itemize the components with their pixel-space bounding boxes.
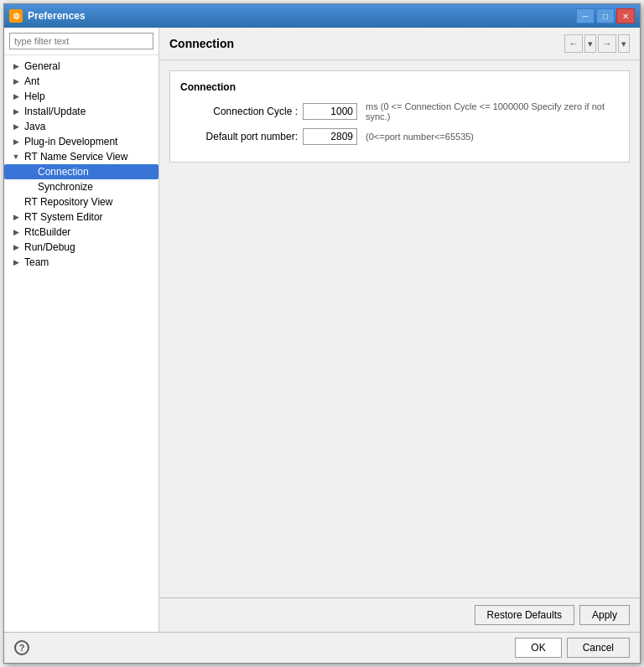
panel-title: Connection	[169, 37, 234, 50]
sidebar-item-label-rt-system-editor: RT System Editor	[24, 211, 103, 223]
tree-arrow-connection	[24, 167, 34, 177]
sidebar-item-label-rt-repository-view: RT Repository View	[24, 196, 112, 208]
form-input-1[interactable]	[303, 128, 357, 145]
form-row-0: Connection Cycle :ms (0 <= Connection Cy…	[180, 101, 619, 122]
sidebar-item-label-plugin-development: Plug-in Development	[24, 136, 117, 147]
sidebar-item-label-help: Help	[24, 90, 45, 102]
sidebar-item-rt-system-editor[interactable]: ▶RT System Editor	[4, 209, 158, 225]
sidebar: ▶General▶Ant▶Help▶Install/Update▶Java▶Pl…	[4, 28, 159, 632]
title-buttons: ─ □ ✕	[576, 8, 635, 23]
form-input-0[interactable]	[303, 103, 357, 120]
window-icon: ⚙	[9, 9, 23, 23]
maximize-button[interactable]: □	[596, 8, 615, 23]
filter-input[interactable]	[9, 33, 153, 49]
minimize-button[interactable]: ─	[576, 8, 595, 23]
cancel-button[interactable]: Cancel	[567, 638, 630, 658]
sidebar-item-install-update[interactable]: ▶Install/Update	[4, 104, 158, 119]
sidebar-item-synchronize[interactable]: Synchronize	[4, 179, 158, 194]
sidebar-item-label-rtcbuilder: RtcBuilder	[24, 226, 70, 238]
connection-section: Connection Connection Cycle :ms (0 <= Co…	[169, 70, 630, 163]
sidebar-item-label-run-debug: Run/Debug	[24, 241, 75, 253]
tree-arrow-install-update: ▶	[11, 106, 21, 116]
main-header: Connection ← ▾ → ▾	[159, 28, 640, 60]
sidebar-item-rt-repository-view[interactable]: RT Repository View	[4, 194, 158, 209]
tree-arrow-rt-system-editor: ▶	[11, 212, 21, 222]
tree-arrow-general: ▶	[11, 61, 21, 71]
ok-button[interactable]: OK	[515, 638, 561, 658]
forward-dropdown-button[interactable]: ▾	[618, 34, 630, 53]
sidebar-item-help[interactable]: ▶Help	[4, 89, 158, 104]
title-bar-left: ⚙ Preferences	[9, 9, 86, 23]
sidebar-item-label-general: General	[24, 60, 60, 72]
tree: ▶General▶Ant▶Help▶Install/Update▶Java▶Pl…	[4, 55, 158, 632]
help-icon[interactable]: ?	[14, 640, 29, 655]
sidebar-item-label-rt-name-service-view: RT Name Service View	[24, 151, 127, 163]
sidebar-item-label-install-update: Install/Update	[24, 106, 86, 117]
sidebar-item-rt-name-service-view[interactable]: ▼RT Name Service View	[4, 149, 158, 164]
sidebar-item-ant[interactable]: ▶Ant	[4, 74, 158, 89]
main-panel: Connection ← ▾ → ▾ Connection Connection…	[159, 28, 640, 632]
sidebar-item-run-debug[interactable]: ▶Run/Debug	[4, 240, 158, 255]
sidebar-item-label-team: Team	[24, 256, 49, 268]
back-button[interactable]: ←	[564, 34, 583, 53]
footer-buttons: OK Cancel	[515, 638, 630, 658]
tree-arrow-plugin-development: ▶	[11, 137, 21, 147]
main-content: Connection Connection Cycle :ms (0 <= Co…	[159, 60, 640, 597]
sidebar-item-general[interactable]: ▶General	[4, 59, 158, 74]
sidebar-item-team[interactable]: ▶Team	[4, 255, 158, 270]
back-dropdown-button[interactable]: ▾	[584, 34, 596, 53]
sidebar-item-label-ant: Ant	[24, 75, 39, 87]
preferences-window: ⚙ Preferences ─ □ ✕ ▶General▶Ant▶Help▶In…	[3, 3, 641, 664]
form-row-1: Default port number:(0<=port number<=655…	[180, 128, 619, 145]
form-hint-0: ms (0 <= Connection Cycle <= 1000000 Spe…	[366, 101, 619, 122]
sidebar-item-connection[interactable]: Connection	[4, 164, 158, 179]
sidebar-item-rtcbuilder[interactable]: ▶RtcBuilder	[4, 225, 158, 240]
sidebar-item-java[interactable]: ▶Java	[4, 119, 158, 134]
title-bar: ⚙ Preferences ─ □ ✕	[4, 4, 640, 28]
tree-arrow-team: ▶	[11, 257, 21, 267]
tree-arrow-help: ▶	[11, 91, 21, 101]
tree-arrow-run-debug: ▶	[11, 242, 21, 252]
restore-defaults-button[interactable]: Restore Defaults	[475, 605, 574, 625]
content-area: ▶General▶Ant▶Help▶Install/Update▶Java▶Pl…	[4, 28, 640, 632]
tree-arrow-java: ▶	[11, 122, 21, 132]
sidebar-item-label-connection: Connection	[38, 166, 89, 178]
section-title: Connection	[180, 81, 619, 93]
tree-arrow-rt-repository-view	[11, 197, 21, 207]
forward-button[interactable]: →	[598, 34, 616, 53]
close-button[interactable]: ✕	[616, 8, 635, 23]
filter-box	[4, 28, 158, 55]
tree-arrow-synchronize	[24, 182, 34, 192]
footer-bar: ? OK Cancel	[4, 632, 640, 663]
sidebar-item-label-synchronize: Synchronize	[38, 181, 93, 193]
form-label-0: Connection Cycle :	[180, 106, 298, 117]
tree-arrow-rt-name-service-view: ▼	[11, 152, 21, 162]
bottom-bar: Restore Defaults Apply	[159, 597, 640, 632]
sidebar-item-plugin-development[interactable]: ▶Plug-in Development	[4, 134, 158, 149]
window-title: Preferences	[28, 10, 86, 22]
tree-arrow-ant: ▶	[11, 76, 21, 86]
tree-arrow-rtcbuilder: ▶	[11, 227, 21, 237]
form-hint-1: (0<=port number<=65535)	[366, 132, 474, 142]
fields-container: Connection Cycle :ms (0 <= Connection Cy…	[180, 101, 619, 145]
apply-button[interactable]: Apply	[579, 605, 630, 625]
form-label-1: Default port number:	[180, 131, 298, 142]
sidebar-item-label-java: Java	[24, 121, 45, 132]
nav-buttons: ← ▾ → ▾	[564, 34, 630, 53]
